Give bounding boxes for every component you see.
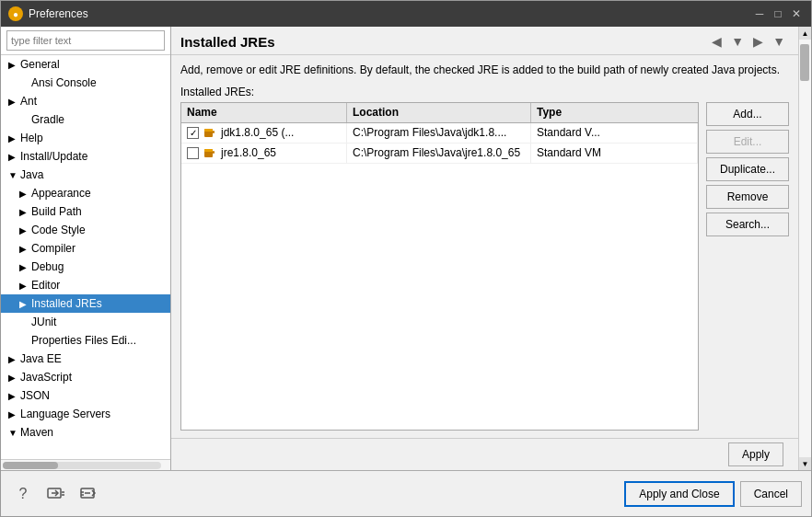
scroll-track [799,40,811,457]
search-button[interactable]: Search... [706,213,789,236]
sidebar-item-ant[interactable]: ▶Ant [1,92,170,110]
right-scrollbar[interactable]: ▲ ▼ [798,27,811,470]
sidebar-item-java[interactable]: ▼Java [1,166,170,184]
svg-rect-1 [204,129,213,132]
app-icon: ● [8,6,23,21]
scrollbar-thumb [3,462,58,469]
jre-icon-1 [203,145,217,160]
table-row[interactable]: jdk1.8.0_65 (...C:\Program Files\Java\jd… [181,123,698,144]
sidebar-item-debug[interactable]: ▶Debug [1,258,170,276]
tree-arrow-icon: ▼ [8,428,17,438]
tree-arrow-icon: ▶ [8,354,17,364]
edit-button[interactable]: Edit... [706,130,789,154]
tree-arrow-icon: ▶ [19,189,29,199]
scroll-up-btn[interactable]: ▲ [799,27,811,40]
horizontal-scrollbar[interactable] [1,459,170,470]
tree-item-label: Java [20,168,43,181]
tree-item-label: Language Servers [20,408,110,420]
sidebar-item-editor[interactable]: ▶Editor [1,276,170,294]
td-type-0: Standard V... [531,123,698,143]
description-text: Add, remove or edit JRE definitions. By … [180,63,789,78]
tree-arrow-icon: ▶ [8,373,17,383]
maximize-button[interactable]: □ [771,6,785,21]
sidebar-item-code-style[interactable]: ▶Code Style [1,221,170,239]
table-row[interactable]: jre1.8.0_65C:\Program Files\Java\jre1.8.… [181,144,698,164]
cancel-button[interactable]: Cancel [740,481,802,507]
tree-arrow-icon: ▶ [8,391,17,401]
tree-item-label: Code Style [31,224,86,236]
bottom-bar: ? Apply and Close Cancel [1,470,811,516]
tree-arrow-icon: ▶ [19,225,29,236]
sidebar-item-installed-jres[interactable]: ▶Installed JREs [1,294,170,313]
forward-dropdown-button[interactable]: ▼ [769,32,789,51]
svg-rect-4 [204,149,213,152]
tree-item-label: Ansi Console [31,76,97,89]
th-type: Type [531,103,698,122]
apply-button[interactable]: Apply [728,442,783,466]
sidebar-item-java-ee[interactable]: ▶Java EE [1,350,170,368]
close-button[interactable]: ✕ [789,6,804,21]
tree-item-label: JSON [20,389,50,402]
minimize-button[interactable]: ─ [752,6,767,21]
add-button[interactable]: Add... [706,102,789,126]
tree: ▶GeneralAnsi Console▶AntGradle▶Help▶Inst… [1,55,170,459]
td-location-1: C:\Program Files\Java\jre1.8.0_65 [347,144,531,163]
export-button[interactable] [76,481,102,507]
sidebar-item-appearance[interactable]: ▶Appearance [1,184,170,202]
sidebar-item-properties-files-editor[interactable]: Properties Files Edi... [1,331,170,350]
th-name: Name [181,103,347,122]
sidebar-item-compiler[interactable]: ▶Compiler [1,239,170,258]
jre-checkbox-1[interactable] [187,147,199,159]
action-buttons: Add... Edit... Duplicate... Remove Searc… [706,102,789,431]
jre-name-text-0: jdk1.8.0_65 (... [221,126,294,139]
svg-rect-5 [213,151,215,154]
tree-arrow-icon: ▼ [8,170,17,180]
sidebar-item-javascript[interactable]: ▶JavaScript [1,368,170,386]
back-button[interactable]: ◀ [708,32,725,51]
apply-and-close-button[interactable]: Apply and Close [624,481,734,507]
td-type-1: Standard VM [531,144,698,163]
filter-input[interactable] [6,30,165,51]
tree-item-label: Maven [20,426,53,439]
sidebar-item-gradle[interactable]: Gradle [1,110,170,129]
content-body: Add, remove or edit JRE definitions. By … [171,55,798,438]
sidebar-item-build-path[interactable]: ▶Build Path [1,202,170,221]
jre-checkbox-0[interactable] [187,127,199,139]
nav-dropdown-button[interactable]: ▼ [727,32,748,51]
th-location: Location [347,103,531,122]
import-button[interactable] [43,481,69,507]
title-bar: ● Preferences ─ □ ✕ [1,1,811,27]
forward-button[interactable]: ▶ [749,32,767,51]
tree-item-label: Debug [31,260,64,273]
jre-icon-0 [203,125,217,140]
tree-item-label: Gradle [31,113,64,126]
remove-button[interactable]: Remove [706,185,789,209]
sidebar-item-general[interactable]: ▶General [1,55,170,74]
sidebar-item-maven[interactable]: ▼Maven [1,423,170,442]
dialog-title: Preferences [29,7,747,20]
tree-item-label: Install/Update [20,150,87,163]
tree-arrow-icon: ▶ [8,409,17,419]
td-name-0: jdk1.8.0_65 (... [181,123,347,143]
tree-item-label: Help [20,132,43,144]
installed-jres-label: Installed JREs: [180,86,789,98]
sidebar-item-junit[interactable]: JUnit [1,313,170,331]
tree-arrow-icon: ▶ [8,133,17,144]
help-button[interactable]: ? [10,481,36,507]
sidebar-item-json[interactable]: ▶JSON [1,386,170,405]
duplicate-button[interactable]: Duplicate... [706,157,789,181]
tree-arrow-icon: ▶ [8,97,17,107]
tree-item-label: Appearance [31,187,91,200]
sidebar-item-install-update[interactable]: ▶Install/Update [1,147,170,166]
sidebar-item-ansi-console[interactable]: Ansi Console [1,74,170,92]
jre-name-text-1: jre1.8.0_65 [221,146,276,159]
tree-arrow-icon: ▶ [8,152,17,162]
dialog-action-buttons: Apply and Close Cancel [624,481,802,507]
td-name-1: jre1.8.0_65 [181,144,347,163]
scroll-down-btn[interactable]: ▼ [799,457,811,470]
sidebar-item-language-servers[interactable]: ▶Language Servers [1,405,170,423]
content-title: Installed JREs [180,34,275,50]
sidebar-item-help[interactable]: ▶Help [1,129,170,147]
tree-item-label: Java EE [20,352,62,365]
table-body: jdk1.8.0_65 (...C:\Program Files\Java\jd… [181,123,698,430]
